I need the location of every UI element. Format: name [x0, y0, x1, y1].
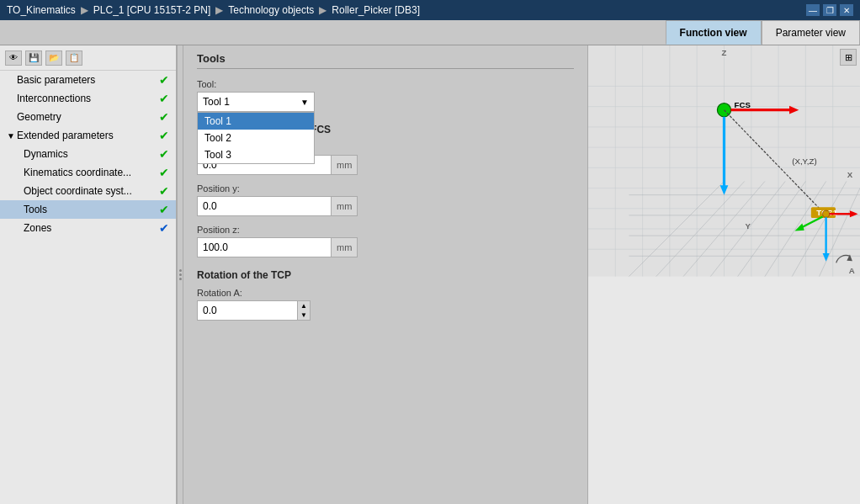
position-y-row: mm [197, 196, 574, 216]
title-bar: TO_Kinematics ▶ PLC_1 [CPU 1515T-2 PN] ▶… [0, 0, 860, 20]
position-z-row: mm [197, 237, 574, 257]
content-area: Tools Tool: Tool 1 ▼ Tool 1 Tool 2 Tool … [183, 45, 860, 504]
svg-text:A: A [849, 266, 855, 275]
sidebar-item-kinematics-coord[interactable]: Kinematics coordinate... ✔ [0, 163, 176, 182]
tool-dropdown-list: Tool 1 Tool 2 Tool 3 [197, 112, 315, 164]
sidebar-icon-open[interactable]: 📂 [45, 50, 62, 66]
breadcrumb-plc: PLC_1 [CPU 1515T-2 PN] [93, 4, 210, 16]
minimize-button[interactable]: — [806, 4, 820, 16]
rotation-a-input[interactable] [197, 300, 298, 321]
sidebar-item-dynamics[interactable]: Dynamics ✔ [0, 145, 176, 163]
form-section: Tools Tool: Tool 1 ▼ Tool 1 Tool 2 Tool … [183, 45, 587, 504]
breadcrumb-text: TO_Kinematics [7, 4, 76, 16]
resize-dot [179, 269, 182, 272]
rotation-a-label: Rotation A: [197, 288, 574, 298]
sidebar-item-label: Basic parameters [17, 74, 159, 86]
sidebar: 👁 💾 📂 📋 Basic parameters ✔ Interconnecti… [0, 45, 177, 504]
chevron-down-icon: ▼ [300, 98, 309, 107]
tool-option-2[interactable]: Tool 2 [198, 130, 314, 146]
window-controls: — ❐ ✕ [806, 4, 853, 16]
sidebar-icon-eye[interactable]: 👁 [5, 50, 22, 66]
sidebar-toolbar: 👁 💾 📂 📋 [0, 45, 176, 71]
resize-dot [179, 273, 182, 276]
sidebar-item-label: Dynamics [24, 148, 159, 160]
sidebar-item-label: Object coordinate syst... [24, 185, 159, 197]
sidebar-item-tools[interactable]: Tools ✔ [0, 200, 176, 219]
tool-dropdown-value: Tool 1 [203, 96, 230, 108]
rotation-a-spinner: ▲ ▼ [298, 300, 311, 321]
svg-text:X: X [847, 170, 853, 179]
tool-dropdown[interactable]: Tool 1 ▼ [197, 92, 315, 112]
position-y-input[interactable] [197, 196, 332, 216]
svg-point-45 [823, 210, 830, 217]
position-x-unit: mm [332, 155, 358, 175]
sidebar-item-label: Extended parameters [17, 130, 159, 141]
rotation-section-title: Rotation of the TCP [197, 269, 574, 281]
tool-field-group: Tool: Tool 1 ▼ Tool 1 Tool 2 Tool 3 [197, 79, 574, 112]
sidebar-items-list: Basic parameters ✔ Interconnections ✔ Ge… [0, 71, 176, 504]
position-z-unit: mm [332, 237, 358, 257]
tools-panel: Tools Tool: Tool 1 ▼ Tool 1 Tool 2 Tool … [183, 45, 860, 504]
status-icon-blue: ✔ [159, 221, 169, 235]
section-title: Tools [197, 52, 574, 69]
viewport-settings-icon[interactable]: ⊞ [840, 49, 857, 66]
status-icon-green: ✔ [159, 129, 169, 142]
spin-down-button[interactable]: ▼ [298, 310, 310, 320]
sidebar-item-interconnections[interactable]: Interconnections ✔ [0, 89, 176, 108]
status-icon-green: ✔ [159, 147, 169, 161]
tool-option-3[interactable]: Tool 3 [198, 146, 314, 163]
position-z-group: Position z: mm [197, 225, 574, 257]
tool-dropdown-wrapper: Tool 1 ▼ Tool 1 Tool 2 Tool 3 [197, 92, 574, 112]
sidebar-item-object-coord[interactable]: Object coordinate syst... ✔ [0, 182, 176, 200]
sidebar-item-label: Zones [24, 222, 159, 234]
breadcrumb: TO_Kinematics ▶ PLC_1 [CPU 1515T-2 PN] ▶… [7, 4, 420, 16]
breadcrumb-arrow3: ▶ [319, 4, 326, 16]
tool-label: Tool: [197, 79, 574, 89]
breadcrumb-arrow2: ▶ [215, 4, 223, 16]
main-layout: 👁 💾 📂 📋 Basic parameters ✔ Interconnecti… [0, 45, 860, 504]
position-y-unit: mm [332, 196, 358, 216]
tab-parameter-view[interactable]: Parameter view [762, 20, 860, 45]
status-icon-green: ✔ [159, 110, 169, 124]
status-icon-green: ✔ [159, 184, 169, 198]
spin-up-button[interactable]: ▲ [298, 301, 310, 310]
restore-button[interactable]: ❐ [823, 4, 836, 16]
expand-arrow-icon: ▼ [7, 131, 17, 141]
tab-bar: Function view Parameter view [0, 20, 860, 45]
breadcrumb-db: Roller_Picker [DB3] [332, 4, 420, 16]
breadcrumb-arrow: ▶ [81, 4, 88, 16]
status-icon-green: ✔ [159, 203, 169, 216]
svg-text:Y: Y [746, 221, 751, 231]
close-button[interactable]: ✕ [840, 4, 853, 16]
breadcrumb-tech: Technology objects [228, 4, 314, 16]
rotation-a-group: Rotation A: ▲ ▼ [197, 288, 574, 321]
svg-text:(X,Y,Z): (X,Y,Z) [792, 157, 816, 166]
svg-text:Z: Z [722, 48, 727, 57]
sidebar-item-label: Kinematics coordinate... [24, 167, 159, 178]
rotation-a-row: ▲ ▼ [197, 300, 574, 321]
resize-dot [179, 278, 182, 280]
viewport-toolbar: ⊞ [840, 49, 857, 66]
sidebar-item-extended-params[interactable]: ▼ Extended parameters ✔ [0, 126, 176, 145]
status-icon-green: ✔ [159, 92, 169, 105]
status-icon-green: ✔ [159, 73, 169, 87]
tool-option-1[interactable]: Tool 1 [198, 113, 314, 130]
sidebar-icon-compare[interactable]: 📋 [66, 50, 82, 66]
viewport-canvas: Z Y A X FCS (X,Y,Z) [588, 45, 860, 277]
position-z-label: Position z: [197, 225, 574, 235]
sidebar-item-basic-params[interactable]: Basic parameters ✔ [0, 71, 176, 89]
status-icon-green: ✔ [159, 166, 169, 179]
sidebar-item-label: Interconnections [17, 93, 159, 104]
sidebar-item-label: Tools [24, 204, 159, 215]
svg-text:FCS: FCS [735, 100, 751, 109]
sidebar-item-zones[interactable]: Zones ✔ [0, 219, 176, 237]
sidebar-icon-save[interactable]: 💾 [25, 50, 42, 66]
sidebar-item-label: Geometry [17, 111, 159, 123]
position-z-input[interactable] [197, 237, 332, 257]
sidebar-item-geometry[interactable]: Geometry ✔ [0, 108, 176, 126]
position-y-group: Position y: mm [197, 183, 574, 216]
position-y-label: Position y: [197, 183, 574, 194]
tab-function-view[interactable]: Function view [666, 20, 762, 45]
viewport: ⊞ [587, 45, 860, 504]
sidebar-resize-handle[interactable] [177, 45, 183, 504]
